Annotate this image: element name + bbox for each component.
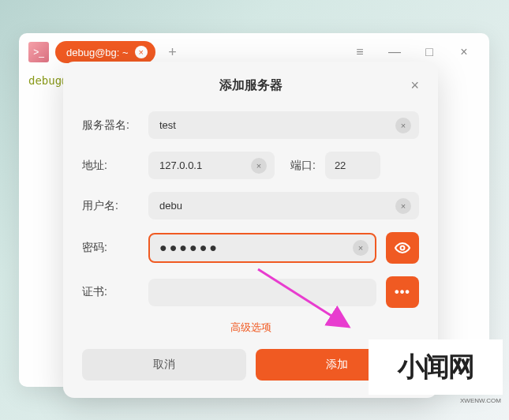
show-password-button[interactable]: [386, 232, 419, 264]
password-input[interactable]: [148, 233, 376, 263]
window-controls: ≡ — □ ×: [344, 41, 480, 63]
new-tab-button[interactable]: +: [162, 41, 184, 63]
watermark-url: XWENW.COM: [460, 397, 501, 404]
clear-icon[interactable]: ×: [395, 198, 411, 214]
active-tab[interactable]: debug@bg: ~ ×: [55, 41, 155, 63]
maximize-button[interactable]: □: [414, 41, 445, 63]
cert-input[interactable]: [148, 279, 376, 306]
modal-header: 添加服务器 ×: [82, 77, 419, 94]
tab-label: debug@bg: ~: [66, 47, 129, 58]
clear-icon[interactable]: ×: [251, 158, 267, 174]
modal-title: 添加服务器: [219, 77, 283, 94]
server-name-input[interactable]: [148, 111, 419, 139]
watermark-text: 小闻网: [398, 349, 473, 385]
modal-close-icon[interactable]: ×: [410, 77, 419, 94]
clear-icon[interactable]: ×: [395, 118, 411, 133]
cert-row: 证书: •••: [82, 276, 419, 308]
server-name-label: 服务器名:: [82, 118, 139, 133]
svg-point-0: [401, 246, 405, 250]
browse-cert-button[interactable]: •••: [386, 276, 419, 308]
minimize-button[interactable]: —: [379, 41, 410, 63]
clear-icon[interactable]: ×: [353, 240, 369, 256]
window-close-button[interactable]: ×: [448, 41, 480, 63]
menu-button[interactable]: ≡: [344, 41, 376, 63]
tab-close-icon[interactable]: ×: [135, 46, 148, 58]
username-row: 用户名: ×: [82, 192, 419, 219]
password-label: 密码:: [82, 241, 139, 255]
app-icon: >_: [28, 42, 49, 62]
username-label: 用户名:: [82, 199, 139, 213]
port-input[interactable]: [325, 152, 380, 179]
eye-icon: [395, 242, 410, 253]
address-label: 地址:: [82, 159, 139, 173]
ellipsis-icon: •••: [395, 285, 410, 299]
cancel-button[interactable]: 取消: [82, 349, 246, 381]
port-label: 端口:: [290, 159, 316, 173]
username-input[interactable]: [148, 192, 419, 219]
password-row: 密码: ×: [82, 232, 419, 264]
address-row: 地址: × 端口:: [82, 152, 419, 179]
server-name-row: 服务器名: ×: [82, 111, 419, 139]
watermark: 小闻网: [369, 339, 503, 395]
cert-label: 证书:: [82, 285, 139, 299]
advanced-options-link[interactable]: 高级选项: [82, 321, 419, 335]
